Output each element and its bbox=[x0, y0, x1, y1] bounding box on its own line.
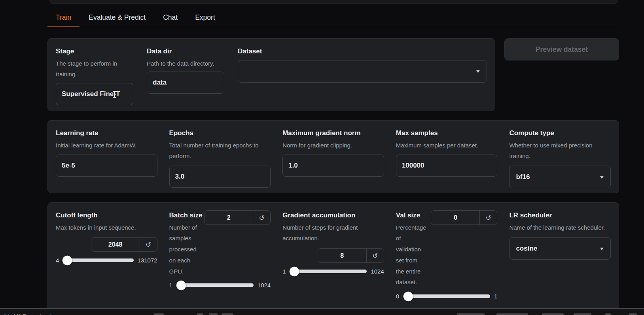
dataset-field: Dataset ▼ bbox=[238, 46, 487, 103]
max-grad-norm-input[interactable]: 1.0 bbox=[282, 155, 384, 177]
slider-max-label: 1 bbox=[494, 293, 497, 300]
data-dir-label: Data dir bbox=[147, 46, 224, 57]
lr-scheduler-value: cosine bbox=[516, 245, 600, 253]
slider-track[interactable] bbox=[63, 258, 133, 262]
slider-handle[interactable] bbox=[403, 291, 413, 301]
compute-type-label: Compute type bbox=[509, 128, 611, 138]
main-content: Train Evaluate & Predict Chat Export Sta… bbox=[47, 0, 619, 315]
data-dir-description: Path to the data directory. bbox=[147, 58, 224, 69]
advanced-params-panel: Cutoff length Max tokens in input sequen… bbox=[47, 202, 619, 315]
data-dir-input[interactable]: data bbox=[147, 72, 224, 94]
learning-rate-description: Initial learning rate for AdamW. bbox=[56, 140, 157, 151]
stage-dropdown[interactable]: Supervised Fine-T bbox=[56, 83, 133, 105]
max-grad-norm-field: Maximum gradient norm Norm for gradient … bbox=[282, 128, 384, 188]
slider-min-label: 1 bbox=[282, 268, 286, 275]
max-grad-norm-label: Maximum gradient norm bbox=[282, 128, 384, 138]
grad-accum-numbox: 8 ↺ bbox=[318, 248, 384, 263]
max-grad-norm-description: Norm for gradient clipping. bbox=[282, 140, 384, 151]
status-bar-text-fragment: (LLaMA Factory) main bbox=[4, 313, 54, 315]
compute-type-field: Compute type Whether to use mixed precis… bbox=[509, 128, 611, 188]
slider-max-label: 1024 bbox=[258, 282, 271, 289]
epochs-label: Epochs bbox=[169, 128, 271, 138]
status-bar-text-fragment bbox=[197, 313, 203, 315]
slider-track[interactable] bbox=[403, 294, 490, 298]
reset-icon[interactable]: ↺ bbox=[253, 211, 270, 224]
chevron-down-icon: ▼ bbox=[599, 175, 605, 179]
max-samples-label: Max samples bbox=[396, 128, 498, 138]
val-size-label: Val size bbox=[396, 210, 428, 221]
status-bar-text-fragment bbox=[153, 313, 164, 315]
max-samples-field: Max samples Maximum samples per dataset.… bbox=[396, 128, 498, 188]
cutoff-length-slider: 4 131072 bbox=[56, 257, 157, 264]
status-bar: (LLaMA Factory) main bbox=[0, 308, 644, 315]
grad-accum-field: Gradient accumulation Number of steps fo… bbox=[282, 210, 384, 313]
dataset-dropdown[interactable]: ▼ bbox=[238, 60, 487, 83]
learning-rate-label: Learning rate bbox=[56, 128, 157, 138]
dataset-label: Dataset bbox=[238, 46, 487, 57]
status-bar-text-fragment bbox=[222, 313, 233, 315]
status-bar-text-fragment bbox=[629, 313, 637, 315]
epochs-input[interactable]: 3.0 bbox=[169, 166, 271, 188]
stage-value: Supervised Fine-T bbox=[62, 90, 120, 98]
val-size-slider: 0 1 bbox=[396, 293, 498, 300]
lr-scheduler-field: LR scheduler Name of the learning rate s… bbox=[509, 210, 611, 313]
learning-rate-field: Learning rate Initial learning rate for … bbox=[56, 128, 157, 188]
status-bar-text-fragment bbox=[457, 313, 485, 315]
grad-accum-description: Number of steps for gradient accumulatio… bbox=[282, 222, 384, 244]
stage-description: The stage to perform in training. bbox=[56, 58, 133, 80]
compute-type-dropdown[interactable]: bf16 ▼ bbox=[509, 166, 611, 188]
data-dir-value: data bbox=[153, 79, 167, 87]
tab-export[interactable]: Export bbox=[187, 9, 224, 27]
slider-track[interactable] bbox=[176, 283, 254, 287]
slider-handle[interactable] bbox=[63, 255, 72, 265]
cutoff-length-numbox: 2048 ↺ bbox=[91, 237, 157, 252]
text-cursor-icon bbox=[114, 91, 115, 98]
reset-icon[interactable]: ↺ bbox=[140, 238, 157, 251]
reset-icon[interactable]: ↺ bbox=[479, 211, 497, 224]
tab-bar: Train Evaluate & Predict Chat Export bbox=[47, 9, 619, 27]
batch-size-numbox: 2 ↺ bbox=[204, 210, 271, 225]
cutoff-length-input[interactable]: 2048 bbox=[91, 238, 140, 251]
max-samples-input[interactable]: 100000 bbox=[396, 155, 498, 177]
hyperparams-panel: Learning rate Initial learning rate for … bbox=[47, 120, 619, 193]
status-bar-text-fragment bbox=[605, 313, 611, 315]
status-bar-text-fragment bbox=[574, 313, 591, 315]
lr-scheduler-label: LR scheduler bbox=[509, 210, 611, 221]
chevron-down-icon: ▼ bbox=[599, 246, 605, 251]
max-grad-norm-value: 1.0 bbox=[288, 162, 298, 170]
epochs-description: Total number of training epochs to perfo… bbox=[169, 140, 271, 162]
val-size-numbox: 0 ↺ bbox=[431, 210, 497, 225]
val-size-input[interactable]: 0 bbox=[431, 211, 479, 224]
max-samples-description: Maximum samples per dataset. bbox=[396, 140, 498, 151]
slider-handle[interactable] bbox=[176, 280, 186, 290]
learning-rate-value: 5e-5 bbox=[62, 162, 75, 170]
max-samples-value: 100000 bbox=[402, 162, 424, 170]
data-dir-field: Data dir Path to the data directory. dat… bbox=[147, 46, 224, 103]
epochs-value: 3.0 bbox=[175, 173, 185, 181]
tab-chat[interactable]: Chat bbox=[155, 9, 186, 27]
batch-size-label: Batch size bbox=[169, 210, 203, 221]
preview-dataset-button[interactable]: Preview dataset bbox=[504, 38, 619, 60]
chevron-down-icon: ▼ bbox=[475, 69, 481, 74]
batch-size-input[interactable]: 2 bbox=[205, 211, 253, 224]
tab-evaluate-predict[interactable]: Evaluate & Predict bbox=[80, 9, 154, 27]
slider-max-label: 131072 bbox=[138, 257, 157, 264]
lr-scheduler-description: Name of the learning rate scheduler. bbox=[509, 222, 611, 233]
cutoff-length-description: Max tokens in input sequence. bbox=[56, 222, 157, 233]
val-size-description: Percentage of validation set from the en… bbox=[396, 222, 428, 288]
tab-train[interactable]: Train bbox=[47, 9, 80, 27]
reset-icon[interactable]: ↺ bbox=[366, 249, 384, 262]
batch-size-slider: 1 1024 bbox=[169, 282, 271, 289]
stage-field: Stage The stage to perform in training. … bbox=[56, 46, 133, 103]
epochs-field: Epochs Total number of training epochs t… bbox=[169, 128, 271, 188]
batch-size-description: Number of samples processed on each GPU. bbox=[169, 222, 203, 277]
status-bar-text-fragment bbox=[542, 313, 564, 315]
stage-label: Stage bbox=[56, 46, 133, 57]
lr-scheduler-dropdown[interactable]: cosine ▼ bbox=[509, 237, 611, 260]
grad-accum-input[interactable]: 8 bbox=[318, 249, 366, 262]
slider-track[interactable] bbox=[290, 270, 367, 273]
compute-type-description: Whether to use mixed precision training. bbox=[509, 140, 611, 162]
learning-rate-input[interactable]: 5e-5 bbox=[56, 155, 157, 177]
slider-handle[interactable] bbox=[290, 266, 299, 276]
status-bar-text-fragment bbox=[209, 313, 218, 315]
